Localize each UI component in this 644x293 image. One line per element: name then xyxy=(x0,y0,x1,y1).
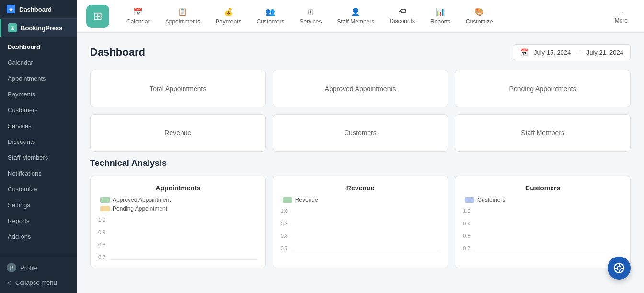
stat-card-staff-members[interactable]: Staff Members xyxy=(455,114,631,152)
plugin-brand[interactable]: ⊞ BookingPress xyxy=(0,19,77,37)
sidebar-item-appointments[interactable]: Appointments xyxy=(0,70,77,86)
legend-label: Customers xyxy=(477,197,505,203)
topnav-logo: ⊞ xyxy=(86,5,109,28)
chart-content xyxy=(292,251,440,251)
stat-card-pending-appointments[interactable]: Pending Appointments xyxy=(455,70,631,107)
topnav-label: Discounts xyxy=(390,18,415,24)
stat-card-customers[interactable]: Customers xyxy=(273,114,448,152)
topnav-item-staff-members[interactable]: 👤Staff Members xyxy=(329,3,382,29)
sidebar-item-dashboard[interactable]: Dashboard xyxy=(0,39,77,55)
topnav-label: Payments xyxy=(216,18,241,25)
y-axis: 1.00.90.80.7 xyxy=(463,208,470,251)
sidebar-item-customize[interactable]: Customize xyxy=(0,181,77,197)
analysis-section-title: Technical Analysis xyxy=(90,158,631,168)
topnav-item-discounts[interactable]: 🏷Discounts xyxy=(382,3,423,29)
legend-row: Pending Appointment xyxy=(100,205,258,212)
stat-card-total-appointments[interactable]: Total Appointments xyxy=(90,70,266,107)
legend-label: Revenue xyxy=(295,197,318,203)
y-label: 0.8 xyxy=(281,233,288,239)
profile-item[interactable]: P Profile xyxy=(7,261,70,274)
h-line xyxy=(292,251,440,251)
y-label: 0.7 xyxy=(463,246,470,251)
topnav-item-reports[interactable]: 📊Reports xyxy=(423,3,458,29)
legend-color xyxy=(465,197,474,203)
h-line xyxy=(475,251,622,251)
analysis-card-appointments: Appointments Approved Appointment Pendin… xyxy=(90,176,266,268)
staff members-icon: 👤 xyxy=(351,7,360,16)
stat-card-label: Approved Appointments xyxy=(325,85,396,93)
sidebar-item-payments[interactable]: Payments xyxy=(0,86,77,102)
chart-area: 1.00.90.80.7 xyxy=(463,208,622,251)
y-label: 0.7 xyxy=(281,246,288,251)
dashboard-header: Dashboard 📅 July 15, 2024 - July 21, 202… xyxy=(90,44,631,60)
sidebar-item-reports[interactable]: Reports xyxy=(0,213,77,229)
y-label: 1.0 xyxy=(463,208,470,214)
plugin-name: BookingPress xyxy=(21,24,62,32)
topnav-more-button[interactable]: ··· More xyxy=(608,5,634,28)
sidebar-item-add-ons[interactable]: Add-ons xyxy=(0,229,77,245)
analysis-cards-row: Appointments Approved Appointment Pendin… xyxy=(90,176,631,268)
stat-card-label: Revenue xyxy=(164,129,191,137)
stat-card-label: Staff Members xyxy=(521,129,564,137)
top-nav: ⊞ 📅Calendar📋Appointments💰Payments👥Custom… xyxy=(77,0,644,33)
stat-card-label: Total Appointments xyxy=(150,85,206,93)
date-separator: - xyxy=(577,49,579,56)
sidebar-item-settings[interactable]: Settings xyxy=(0,197,77,213)
sidebar-item-notifications[interactable]: Notifications xyxy=(0,165,77,181)
date-start: July 15, 2024 xyxy=(534,49,571,56)
chart-content xyxy=(474,251,622,251)
topnav-item-appointments[interactable]: 📋Appointments xyxy=(158,3,208,29)
stat-card-approved-appointments[interactable]: Approved Appointments xyxy=(273,70,448,107)
y-label: 0.8 xyxy=(98,242,105,247)
app-icon: ◈ xyxy=(7,5,15,13)
more-label: More xyxy=(615,17,628,24)
date-range-picker[interactable]: 📅 July 15, 2024 - July 21, 2024 xyxy=(513,44,631,60)
svg-point-1 xyxy=(617,266,621,270)
reports-icon: 📊 xyxy=(436,7,445,16)
main-area: ⊞ 📅Calendar📋Appointments💰Payments👥Custom… xyxy=(77,0,644,293)
customers-icon: 👥 xyxy=(265,7,275,16)
calendar-icon: 📅 xyxy=(520,48,528,56)
topnav-item-customers[interactable]: 👥Customers xyxy=(249,3,292,29)
y-label: 0.8 xyxy=(463,233,470,239)
h-line xyxy=(110,259,257,260)
stat-card-revenue[interactable]: Revenue xyxy=(90,114,266,152)
topnav-label: Staff Members xyxy=(337,18,374,25)
topnav-item-services[interactable]: ⊞Services xyxy=(292,3,329,29)
topnav-item-customize[interactable]: 🎨Customize xyxy=(458,3,501,29)
y-axis: 1.00.90.80.7 xyxy=(98,217,105,260)
calendar-icon: 📅 xyxy=(133,7,143,16)
legend-label: Pending Appointment xyxy=(113,205,167,212)
collapse-menu-item[interactable]: ◁ Collapse menu xyxy=(7,277,70,288)
sidebar-nav: DashboardCalendarAppointmentsPaymentsCus… xyxy=(0,37,77,256)
topnav-label: Calendar xyxy=(126,18,150,25)
sidebar-bottom: P Profile ◁ Collapse menu xyxy=(0,256,77,293)
sidebar-item-calendar[interactable]: Calendar xyxy=(0,55,77,70)
app-name: Dashboard xyxy=(19,6,52,13)
topnav-item-calendar[interactable]: 📅Calendar xyxy=(119,3,158,29)
legend-label: Approved Appointment xyxy=(113,197,171,203)
topnav-label: Services xyxy=(299,18,322,25)
plugin-icon: ⊞ xyxy=(8,23,17,32)
chart-content xyxy=(109,259,257,260)
y-label: 0.9 xyxy=(463,221,470,226)
legend-color xyxy=(283,197,292,203)
sidebar-item-services[interactable]: Services xyxy=(0,118,77,134)
payments-icon: 💰 xyxy=(224,7,233,16)
topnav-item-payments[interactable]: 💰Payments xyxy=(208,3,249,29)
services-icon: ⊞ xyxy=(308,7,314,16)
chart-lines xyxy=(109,259,257,260)
profile-label: Profile xyxy=(20,264,38,271)
y-label: 0.9 xyxy=(281,221,288,226)
stat-cards-row-1: Total AppointmentsApproved AppointmentsP… xyxy=(90,70,631,152)
legend-color xyxy=(100,206,110,211)
app-brand[interactable]: ◈ Dashboard xyxy=(0,0,77,19)
topnav-label: Customize xyxy=(466,18,493,25)
y-label: 0.7 xyxy=(98,254,105,260)
legend-row: Revenue xyxy=(283,197,440,203)
sidebar-item-staff-members[interactable]: Staff Members xyxy=(0,150,77,165)
help-fab[interactable] xyxy=(608,257,631,280)
stat-card-label: Pending Appointments xyxy=(509,85,576,93)
sidebar-item-customers[interactable]: Customers xyxy=(0,102,77,118)
sidebar-item-discounts[interactable]: Discounts xyxy=(0,134,77,150)
